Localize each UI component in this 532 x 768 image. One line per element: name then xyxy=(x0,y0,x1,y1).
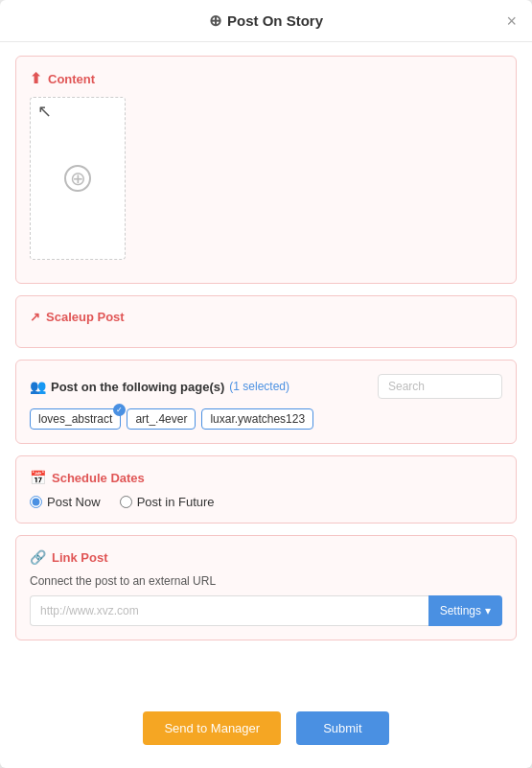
people-icon: 👥 xyxy=(30,379,46,394)
link-url-input[interactable] xyxy=(30,595,428,626)
content-area: ↖ ⊕ xyxy=(30,97,502,269)
link-input-row: Settings ▾ xyxy=(30,595,502,626)
calendar-icon: 📅 xyxy=(30,470,46,485)
post-future-label[interactable]: Post in Future xyxy=(120,495,215,509)
modal-title: ⊕ Post On Story xyxy=(209,12,323,30)
page-tag-label: loves_abstract xyxy=(38,412,112,426)
upload-icon: ⬆ xyxy=(30,70,42,87)
page-tag-art4ever[interactable]: art_.4ever xyxy=(127,408,196,430)
schedule-radio-group: Post Now Post in Future xyxy=(30,495,502,509)
post-now-radio[interactable] xyxy=(30,496,42,508)
settings-button[interactable]: Settings ▾ xyxy=(428,595,502,626)
modal-footer: Send to Manager Submit xyxy=(0,694,532,768)
post-future-text: Post in Future xyxy=(137,495,215,509)
add-media-icon[interactable]: ⊕ xyxy=(64,165,91,192)
post-now-text: Post Now xyxy=(47,495,101,509)
scaleup-section: ↗ Scaleup Post xyxy=(15,295,517,348)
chevron-down-icon: ▾ xyxy=(485,604,491,617)
link-section: 🔗 Link Post Connect the post to an exter… xyxy=(15,535,517,640)
page-tag-luxar[interactable]: luxar.ywatches123 xyxy=(201,408,313,430)
post-now-label[interactable]: Post Now xyxy=(30,495,101,509)
pages-header: 👥 Post on the following page(s) (1 selec… xyxy=(30,374,502,399)
selected-badge: (1 selected) xyxy=(229,380,289,393)
link-section-title: 🔗 Link Post xyxy=(30,549,502,565)
pages-section: 👥 Post on the following page(s) (1 selec… xyxy=(15,360,517,444)
modal: ⊕ Post On Story × ⬆ Content ↖ ⊕ xyxy=(0,0,532,768)
scaleup-section-title: ↗ Scaleup Post xyxy=(30,310,502,324)
submit-button[interactable]: Submit xyxy=(296,711,388,745)
page-tags-container: loves_abstract ✓ art_.4ever luxar.ywatch… xyxy=(30,408,502,430)
modal-body: ⬆ Content ↖ ⊕ ↗ Scaleup Post xyxy=(0,42,532,694)
link-description: Connect the post to an external URL xyxy=(30,574,502,588)
cursor-indicator: ↖ xyxy=(37,101,52,122)
schedule-section: 📅 Schedule Dates Post Now Post in Future xyxy=(15,455,517,524)
page-tag-label: luxar.ywatches123 xyxy=(210,412,305,426)
scaleup-icon: ↗ xyxy=(30,310,40,324)
modal-header: ⊕ Post On Story × xyxy=(0,0,532,42)
check-badge-loves-abstract: ✓ xyxy=(113,404,126,416)
modal-title-text: Post On Story xyxy=(227,12,323,29)
close-button[interactable]: × xyxy=(506,12,517,30)
page-tag-loves-abstract[interactable]: loves_abstract ✓ xyxy=(30,408,121,430)
send-to-manager-button[interactable]: Send to Manager xyxy=(143,711,281,745)
pages-search-input[interactable] xyxy=(378,374,502,399)
add-circle-icon: ⊕ xyxy=(209,12,221,30)
content-section-title: ⬆ Content xyxy=(30,70,502,87)
page-tag-label: art_.4ever xyxy=(135,412,187,426)
post-future-radio[interactable] xyxy=(120,496,132,508)
content-section: ⬆ Content ↖ ⊕ xyxy=(15,56,517,284)
schedule-section-title: 📅 Schedule Dates xyxy=(30,470,502,485)
content-scroll-area[interactable]: ↖ ⊕ xyxy=(30,97,502,269)
pages-label: 👥 Post on the following page(s) (1 selec… xyxy=(30,379,289,394)
link-icon: 🔗 xyxy=(30,549,46,565)
settings-label: Settings xyxy=(440,604,481,617)
